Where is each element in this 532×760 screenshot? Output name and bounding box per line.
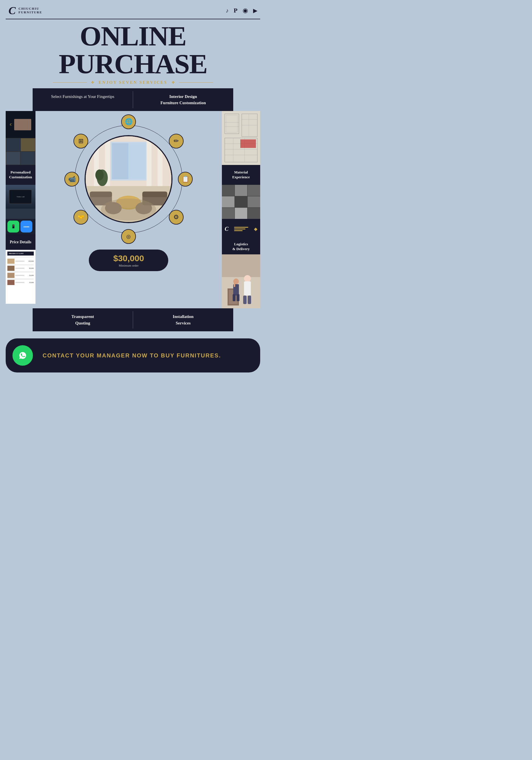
- brand-name-line2: Furniture: [19, 11, 42, 14]
- content-row: C PersonalizedCustomization Video call: [6, 111, 260, 308]
- price-amount: $30,000: [103, 254, 154, 263]
- right-column: MaterialExperience: [222, 111, 260, 308]
- circle-diagram: 🌐 ⊞ ✏ 📹 📋 🤝: [61, 111, 197, 247]
- diamond-right: ❖: [171, 80, 175, 85]
- svg-rect-35: [240, 139, 256, 148]
- select-furnishings-label: Select Furnishings at Your Fingertips: [51, 94, 114, 99]
- header: C ChiuChiu Furniture ♪ P ◉ ▶: [0, 0, 266, 19]
- middle-area: 🌐 ⊞ ✏ 📹 📋 🤝: [35, 111, 222, 308]
- footer-cta: CONTACT YOUR MANAGER NOW TO BUY FURNITUR…: [6, 338, 260, 372]
- copy-icon-circle: 📋: [178, 172, 193, 186]
- svg-rect-38: [235, 185, 247, 196]
- living-room-scene: [86, 136, 171, 222]
- logo-letter: C: [9, 5, 16, 16]
- top-banner: Select Furnishings at Your Fingertips In…: [33, 88, 233, 111]
- svg-rect-18: [143, 192, 167, 197]
- transparent-quoting-label: TransparentQuoting: [71, 314, 94, 325]
- footer-cta-text: CONTACT YOUR MANAGER NOW TO BUY FURNITUR…: [43, 352, 221, 359]
- svg-rect-61: [237, 294, 240, 301]
- svg-rect-57: [248, 296, 251, 304]
- svg-rect-41: [235, 196, 247, 208]
- price-list-image: PRODUCT LIST 100,000 80,000 50,0: [6, 250, 35, 304]
- left-column: C PersonalizedCustomization Video call: [6, 111, 35, 308]
- right-delivery-image: [222, 254, 260, 308]
- whatsapp-button[interactable]: [11, 344, 34, 367]
- svg-rect-4: [147, 136, 152, 186]
- top-banner-interior: Interior DesignFurniture Customization: [133, 88, 233, 111]
- subtitle-bar: ❖ ENJOY SEVEN SERVICES ❖: [6, 80, 260, 85]
- svg-point-54: [244, 275, 251, 282]
- price-pill: $30,000 Minimum order: [89, 250, 168, 271]
- personalized-label: PersonalizedCustomization: [9, 170, 32, 180]
- price-details-label: Price Details: [10, 240, 31, 245]
- svg-rect-43: [222, 208, 235, 219]
- main-title: ONLINE PURCHASE: [6, 22, 260, 78]
- svg-point-19: [101, 199, 156, 220]
- svg-rect-8: [129, 143, 146, 179]
- svg-rect-62: [234, 283, 235, 287]
- price-list-row-4: 30,000: [7, 280, 34, 285]
- pencil-ruler-icon-circle: ✏: [169, 134, 184, 149]
- price-list-row-2: 80,000: [7, 266, 34, 271]
- handshake-icon-circle: 🤝: [73, 210, 88, 224]
- video-chat-icon-circle: 📹: [65, 172, 79, 186]
- price-list-header: PRODUCT LIST: [7, 252, 34, 256]
- brochure-lines: [234, 227, 248, 231]
- brochure-logo: C: [225, 226, 228, 232]
- bottom-banner: TransparentQuoting InstallationServices: [33, 308, 233, 331]
- price-list-row-3: 50,000: [7, 273, 34, 278]
- globe-icon-circle: 🌐: [121, 115, 136, 129]
- top-banner-select: Select Furnishings at Your Fingertips: [33, 88, 133, 111]
- subtitle-line-right: [179, 82, 213, 83]
- svg-rect-60: [233, 294, 236, 301]
- svg-rect-56: [243, 296, 246, 304]
- right-material-image: [222, 185, 260, 219]
- installation-services-label: InstallationServices: [173, 314, 194, 325]
- price-minimum-label: Minimum order: [103, 264, 154, 267]
- svg-rect-39: [247, 185, 260, 196]
- personalized-customization-card: PersonalizedCustomization: [6, 165, 35, 185]
- svg-rect-7: [112, 143, 128, 179]
- instagram-icon[interactable]: ◉: [243, 7, 248, 14]
- svg-rect-12: [90, 192, 112, 197]
- transparent-quoting-card: TransparentQuoting: [33, 308, 133, 331]
- interior-design-label: Interior DesignFurniture Customization: [160, 94, 206, 105]
- logistics-label: Logistics& Delivery: [232, 242, 250, 252]
- price-details-card: Price Details: [6, 234, 35, 250]
- right-interior-image: [222, 111, 260, 165]
- price-list-row-1: 100,000: [7, 259, 34, 264]
- material-experience-label: MaterialExperience: [232, 170, 250, 180]
- social-icons: ♪ P ◉ ▶: [226, 7, 257, 14]
- logo-area: C ChiuChiu Furniture: [9, 5, 42, 16]
- diamond-left: ❖: [91, 80, 95, 85]
- logo-text: ChiuChiu Furniture: [19, 7, 42, 14]
- brochure-icon: ◆: [254, 226, 257, 232]
- logistics-delivery-card: Logistics& Delivery: [222, 239, 260, 254]
- youtube-icon[interactable]: ▶: [253, 7, 257, 14]
- pinterest-icon[interactable]: P: [234, 7, 238, 14]
- title-section: ONLINE PURCHASE ❖ ENJOY SEVEN SERVICES ❖: [0, 19, 266, 85]
- tiktok-icon[interactable]: ♪: [226, 7, 229, 14]
- left-laptop-image: Video call: [6, 185, 35, 219]
- zoom-icon[interactable]: zoom: [21, 220, 32, 232]
- circle-center-image: [85, 135, 172, 223]
- brand-name-line1: ChiuChiu: [19, 7, 42, 11]
- svg-rect-5: [158, 136, 163, 186]
- main-content: Select Furnishings at Your Fingertips In…: [6, 88, 260, 332]
- subtitle-text: ENJOY SEVEN SERVICES: [99, 80, 167, 85]
- subtitle-line-left: [53, 82, 87, 83]
- svg-rect-55: [244, 281, 251, 296]
- gear-icon-circle: ⚙: [169, 210, 184, 224]
- svg-point-10: [96, 169, 104, 180]
- material-experience-card: MaterialExperience: [222, 165, 260, 185]
- left-top-app-image: C: [6, 111, 35, 165]
- installation-services-card: InstallationServices: [133, 308, 233, 331]
- whatsapp-icon[interactable]: 📱: [7, 220, 19, 232]
- qc-icon-circle: ◎: [121, 229, 136, 244]
- svg-rect-40: [222, 196, 235, 208]
- svg-rect-44: [235, 208, 247, 219]
- svg-rect-42: [247, 196, 260, 208]
- brochure-image: C ◆: [222, 219, 260, 239]
- svg-rect-37: [222, 185, 235, 196]
- svg-rect-45: [247, 208, 260, 219]
